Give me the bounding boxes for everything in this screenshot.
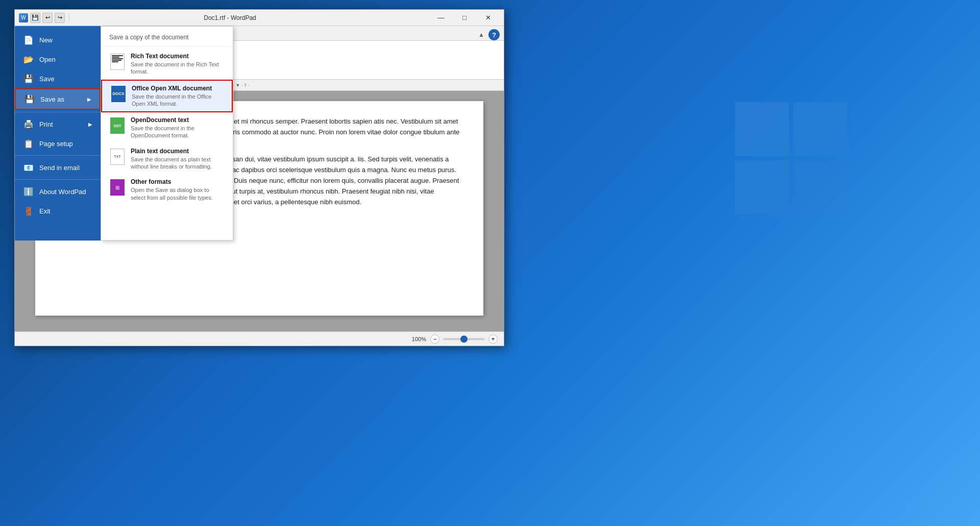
new-icon: 📄	[23, 34, 34, 45]
other-desc: Open the Save as dialog box to select fr…	[131, 186, 225, 201]
zoom-minus-btn[interactable]: −	[430, 334, 439, 344]
file-menu-item-save-as[interactable]: 💾 Save as ▶	[15, 88, 101, 110]
open-label: Open	[39, 56, 56, 63]
wordpad-window: W 💾 ↩ ↪ Doc1.rtf - WordPad — □ ✕ File Ho…	[14, 9, 504, 346]
maximize-btn[interactable]: □	[453, 10, 476, 26]
window-title: Doc1.rtf - WordPad	[31, 14, 429, 21]
file-menu-divider-1	[15, 112, 101, 112]
about-label: About WordPad	[39, 188, 86, 196]
file-menu-item-new[interactable]: 📄 New	[15, 30, 101, 50]
odt-icon: ODT	[109, 117, 126, 134]
print-icon: 🖨️	[23, 118, 34, 130]
save-label: Save	[39, 75, 55, 83]
windows-logo	[735, 102, 847, 214]
close-btn[interactable]: ✕	[476, 10, 500, 26]
other-icon: ⊞	[109, 179, 126, 196]
new-label: New	[39, 36, 53, 44]
txt-desc: Save the document as plain text without …	[131, 156, 225, 171]
send-email-icon: 📧	[23, 162, 34, 173]
save-as-submenu: Save a copy of the document Rich Text do…	[101, 26, 233, 241]
app-icon: W	[19, 13, 28, 22]
send-email-label: Send in email	[39, 164, 80, 172]
save-as-icon: 💾	[24, 93, 35, 105]
save-as-label: Save as	[40, 95, 64, 103]
file-menu: 📄 New 📂 Open 💾 Save 💾 Save as ▶ 🖨️ Print…	[15, 26, 233, 241]
file-menu-item-about[interactable]: ℹ️ About WordPad	[15, 182, 101, 201]
txt-icon: TXT	[109, 149, 126, 165]
submenu-item-txt[interactable]: TXT Plain text document Save the documen…	[101, 144, 233, 175]
docx-desc: Save the document in the Office Open XML…	[132, 93, 224, 108]
submenu-header: Save a copy of the document	[101, 31, 233, 46]
save-icon: 💾	[23, 73, 34, 84]
odt-desc: Save the document in the OpenDocument fo…	[131, 125, 225, 139]
other-title: Other formats	[131, 178, 225, 185]
file-menu-divider-3	[15, 179, 101, 180]
docx-title: Office Open XML document	[132, 85, 224, 92]
file-menu-item-exit[interactable]: 🚪 Exit	[15, 201, 101, 221]
file-menu-item-page-setup[interactable]: 📋 Page setup	[15, 134, 101, 153]
submenu-item-docx[interactable]: DOCX Office Open XML document Save the d…	[101, 80, 233, 113]
save-as-arrow: ▶	[87, 97, 91, 102]
submenu-item-odt[interactable]: ODT OpenDocument text Save the document …	[101, 112, 233, 144]
submenu-item-other[interactable]: ⊞ Other formats Open the Save as dialog …	[101, 174, 233, 205]
minimize-btn[interactable]: —	[429, 10, 453, 26]
about-icon: ℹ️	[23, 186, 34, 197]
rtf-desc: Save the document in the Rich Text forma…	[131, 61, 225, 76]
rtf-icon	[109, 54, 126, 70]
zoom-slider-thumb	[460, 336, 468, 343]
zoom-slider[interactable]	[444, 338, 484, 340]
file-menu-divider-2	[15, 155, 101, 156]
exit-icon: 🚪	[23, 205, 34, 217]
txt-title: Plain text document	[131, 148, 225, 155]
print-label: Print	[39, 121, 53, 128]
docx-icon: DOCX	[110, 86, 127, 102]
rtf-title: Rich Text document	[131, 53, 225, 60]
odt-title: OpenDocument text	[131, 116, 225, 124]
help-btn[interactable]: ?	[488, 29, 500, 40]
page-setup-icon: 📋	[23, 138, 34, 149]
print-arrow: ▶	[88, 122, 92, 127]
title-bar: W 💾 ↩ ↪ Doc1.rtf - WordPad — □ ✕	[15, 10, 504, 26]
exit-label: Exit	[39, 207, 51, 215]
collapse-ribbon-icon[interactable]: ▲	[478, 31, 484, 38]
page-setup-label: Page setup	[39, 140, 73, 148]
file-menu-item-open[interactable]: 📂 Open	[15, 50, 101, 69]
file-menu-item-print[interactable]: 🖨️ Print ▶	[15, 114, 101, 134]
status-bar: 100% − +	[15, 331, 504, 346]
file-menu-item-send-email[interactable]: 📧 Send in email	[15, 158, 101, 177]
file-menu-item-save[interactable]: 💾 Save	[15, 69, 101, 88]
zoom-level: 100%	[412, 336, 426, 342]
submenu-item-rtf[interactable]: Rich Text document Save the document in …	[101, 49, 233, 80]
file-menu-panel: 📄 New 📂 Open 💾 Save 💾 Save as ▶ 🖨️ Print…	[15, 26, 101, 241]
zoom-plus-btn[interactable]: +	[488, 334, 498, 344]
open-icon: 📂	[23, 54, 34, 65]
